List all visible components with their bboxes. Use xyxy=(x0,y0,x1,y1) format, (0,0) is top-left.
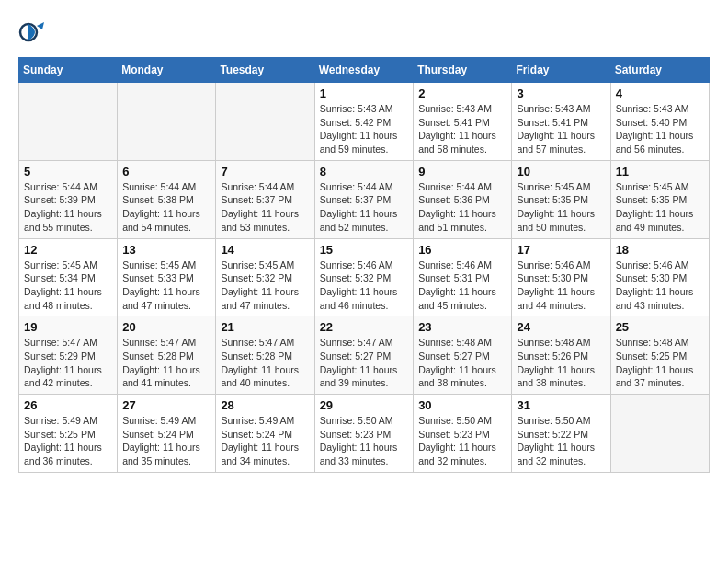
calendar-cell: 13Sunrise: 5:45 AM Sunset: 5:33 PM Dayli… xyxy=(118,238,216,316)
calendar-cell: 6Sunrise: 5:44 AM Sunset: 5:38 PM Daylig… xyxy=(118,160,216,238)
day-number: 20 xyxy=(122,320,210,334)
day-info: Sunrise: 5:44 AM Sunset: 5:37 PM Dayligh… xyxy=(221,180,309,235)
calendar-cell xyxy=(19,83,118,161)
day-number: 19 xyxy=(24,320,112,334)
calendar-cell: 31Sunrise: 5:50 AM Sunset: 5:22 PM Dayli… xyxy=(512,395,610,473)
calendar-cell: 27Sunrise: 5:49 AM Sunset: 5:24 PM Dayli… xyxy=(118,395,216,473)
day-number: 21 xyxy=(221,320,309,334)
calendar-cell: 30Sunrise: 5:50 AM Sunset: 5:23 PM Dayli… xyxy=(414,395,512,473)
day-info: Sunrise: 5:47 AM Sunset: 5:28 PM Dayligh… xyxy=(221,336,309,390)
day-number: 31 xyxy=(517,398,605,412)
calendar-cell: 17Sunrise: 5:46 AM Sunset: 5:30 PM Dayli… xyxy=(512,238,610,316)
calendar-cell: 7Sunrise: 5:44 AM Sunset: 5:37 PM Daylig… xyxy=(216,160,314,238)
weekday-header-thursday: Thursday xyxy=(414,58,512,83)
day-number: 14 xyxy=(221,243,309,257)
calendar-cell: 18Sunrise: 5:46 AM Sunset: 5:30 PM Dayli… xyxy=(610,238,709,316)
day-number: 6 xyxy=(122,165,210,178)
calendar-cell: 11Sunrise: 5:45 AM Sunset: 5:35 PM Dayli… xyxy=(610,160,709,238)
calendar-cell: 21Sunrise: 5:47 AM Sunset: 5:28 PM Dayli… xyxy=(216,316,314,395)
day-info: Sunrise: 5:49 AM Sunset: 5:25 PM Dayligh… xyxy=(24,414,112,468)
day-number: 23 xyxy=(418,320,506,334)
weekday-header-wednesday: Wednesday xyxy=(314,58,414,83)
calendar-cell: 25Sunrise: 5:48 AM Sunset: 5:25 PM Dayli… xyxy=(610,316,709,395)
weekday-header-friday: Friday xyxy=(512,58,610,83)
day-number: 9 xyxy=(418,165,506,178)
day-info: Sunrise: 5:48 AM Sunset: 5:26 PM Dayligh… xyxy=(517,336,605,390)
day-number: 2 xyxy=(418,86,506,100)
day-info: Sunrise: 5:44 AM Sunset: 5:38 PM Dayligh… xyxy=(122,180,210,235)
calendar-cell: 22Sunrise: 5:47 AM Sunset: 5:27 PM Dayli… xyxy=(314,316,414,395)
day-number: 29 xyxy=(320,398,409,412)
day-number: 5 xyxy=(24,165,112,178)
day-info: Sunrise: 5:47 AM Sunset: 5:28 PM Dayligh… xyxy=(122,336,210,390)
calendar-cell: 5Sunrise: 5:44 AM Sunset: 5:39 PM Daylig… xyxy=(19,160,118,238)
logo xyxy=(18,18,50,46)
day-info: Sunrise: 5:44 AM Sunset: 5:37 PM Dayligh… xyxy=(320,180,409,235)
day-info: Sunrise: 5:48 AM Sunset: 5:25 PM Dayligh… xyxy=(616,336,704,390)
day-info: Sunrise: 5:45 AM Sunset: 5:35 PM Dayligh… xyxy=(616,180,704,235)
calendar-cell: 23Sunrise: 5:48 AM Sunset: 5:27 PM Dayli… xyxy=(414,316,512,395)
day-number: 22 xyxy=(320,320,409,334)
calendar-cell xyxy=(610,395,709,473)
calendar-cell xyxy=(118,83,216,161)
day-number: 4 xyxy=(616,86,704,100)
day-info: Sunrise: 5:46 AM Sunset: 5:32 PM Dayligh… xyxy=(320,259,409,313)
calendar-cell: 12Sunrise: 5:45 AM Sunset: 5:34 PM Dayli… xyxy=(19,238,118,316)
day-number: 8 xyxy=(320,165,409,178)
day-info: Sunrise: 5:44 AM Sunset: 5:36 PM Dayligh… xyxy=(418,180,506,235)
day-info: Sunrise: 5:49 AM Sunset: 5:24 PM Dayligh… xyxy=(122,414,210,468)
day-info: Sunrise: 5:44 AM Sunset: 5:39 PM Dayligh… xyxy=(24,180,112,235)
day-info: Sunrise: 5:45 AM Sunset: 5:32 PM Dayligh… xyxy=(221,259,309,313)
calendar-table: SundayMondayTuesdayWednesdayThursdayFrid… xyxy=(18,57,710,473)
day-number: 27 xyxy=(122,398,210,412)
calendar-cell: 15Sunrise: 5:46 AM Sunset: 5:32 PM Dayli… xyxy=(314,238,414,316)
day-info: Sunrise: 5:46 AM Sunset: 5:30 PM Dayligh… xyxy=(517,259,605,313)
day-number: 13 xyxy=(122,243,210,257)
day-number: 28 xyxy=(221,398,309,412)
calendar-cell xyxy=(216,83,314,161)
weekday-header-saturday: Saturday xyxy=(610,58,709,83)
day-number: 10 xyxy=(517,165,605,178)
calendar-cell: 19Sunrise: 5:47 AM Sunset: 5:29 PM Dayli… xyxy=(19,316,118,395)
day-number: 18 xyxy=(616,243,704,257)
day-info: Sunrise: 5:48 AM Sunset: 5:27 PM Dayligh… xyxy=(418,336,506,390)
day-info: Sunrise: 5:43 AM Sunset: 5:40 PM Dayligh… xyxy=(616,102,704,156)
calendar-cell: 10Sunrise: 5:45 AM Sunset: 5:35 PM Dayli… xyxy=(512,160,610,238)
weekday-header-monday: Monday xyxy=(118,58,216,83)
day-number: 25 xyxy=(616,320,704,334)
day-number: 7 xyxy=(221,165,309,178)
day-info: Sunrise: 5:50 AM Sunset: 5:23 PM Dayligh… xyxy=(320,414,409,468)
calendar-cell: 24Sunrise: 5:48 AM Sunset: 5:26 PM Dayli… xyxy=(512,316,610,395)
calendar-cell: 16Sunrise: 5:46 AM Sunset: 5:31 PM Dayli… xyxy=(414,238,512,316)
day-info: Sunrise: 5:46 AM Sunset: 5:30 PM Dayligh… xyxy=(616,259,704,313)
day-number: 16 xyxy=(418,243,506,257)
day-number: 24 xyxy=(517,320,605,334)
day-number: 12 xyxy=(24,243,112,257)
day-number: 26 xyxy=(24,398,112,412)
calendar-cell: 20Sunrise: 5:47 AM Sunset: 5:28 PM Dayli… xyxy=(118,316,216,395)
day-info: Sunrise: 5:47 AM Sunset: 5:29 PM Dayligh… xyxy=(24,336,112,390)
day-info: Sunrise: 5:45 AM Sunset: 5:34 PM Dayligh… xyxy=(24,259,112,313)
weekday-header-tuesday: Tuesday xyxy=(216,58,314,83)
day-number: 15 xyxy=(320,243,409,257)
day-number: 1 xyxy=(320,86,409,100)
calendar-cell: 14Sunrise: 5:45 AM Sunset: 5:32 PM Dayli… xyxy=(216,238,314,316)
calendar-cell: 9Sunrise: 5:44 AM Sunset: 5:36 PM Daylig… xyxy=(414,160,512,238)
day-info: Sunrise: 5:43 AM Sunset: 5:42 PM Dayligh… xyxy=(320,102,409,156)
calendar-cell: 29Sunrise: 5:50 AM Sunset: 5:23 PM Dayli… xyxy=(314,395,414,473)
weekday-header-sunday: Sunday xyxy=(19,58,118,83)
day-number: 3 xyxy=(517,86,605,100)
day-info: Sunrise: 5:50 AM Sunset: 5:23 PM Dayligh… xyxy=(418,414,506,468)
day-number: 17 xyxy=(517,243,605,257)
day-info: Sunrise: 5:43 AM Sunset: 5:41 PM Dayligh… xyxy=(418,102,506,156)
calendar-cell: 1Sunrise: 5:43 AM Sunset: 5:42 PM Daylig… xyxy=(314,83,414,161)
day-number: 11 xyxy=(616,165,704,178)
day-info: Sunrise: 5:45 AM Sunset: 5:33 PM Dayligh… xyxy=(122,259,210,313)
calendar-cell: 28Sunrise: 5:49 AM Sunset: 5:24 PM Dayli… xyxy=(216,395,314,473)
day-info: Sunrise: 5:43 AM Sunset: 5:41 PM Dayligh… xyxy=(517,102,605,156)
day-info: Sunrise: 5:50 AM Sunset: 5:22 PM Dayligh… xyxy=(517,414,605,468)
calendar-cell: 26Sunrise: 5:49 AM Sunset: 5:25 PM Dayli… xyxy=(19,395,118,473)
calendar-cell: 4Sunrise: 5:43 AM Sunset: 5:40 PM Daylig… xyxy=(610,83,709,161)
calendar-cell: 8Sunrise: 5:44 AM Sunset: 5:37 PM Daylig… xyxy=(314,160,414,238)
day-info: Sunrise: 5:49 AM Sunset: 5:24 PM Dayligh… xyxy=(221,414,309,468)
